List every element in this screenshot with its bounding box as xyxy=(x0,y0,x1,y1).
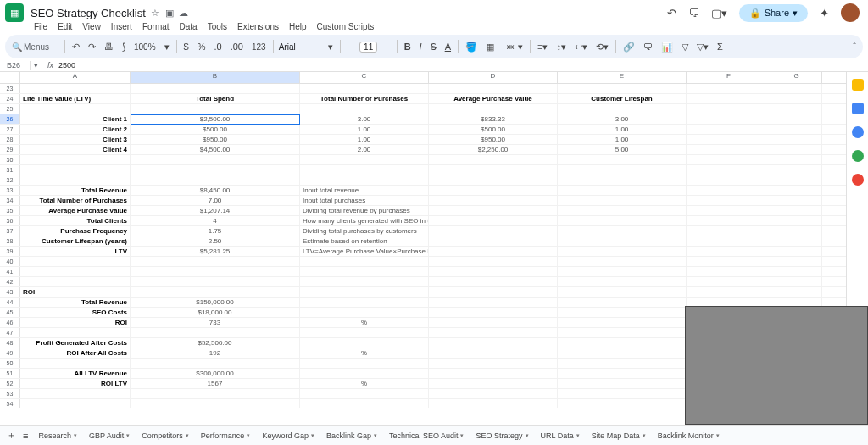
move-icon[interactable]: ▣ xyxy=(165,8,174,18)
formula-input[interactable]: 2500 xyxy=(58,61,75,70)
cell[interactable]: 733 xyxy=(131,318,300,327)
cell[interactable] xyxy=(300,257,429,266)
menu-file[interactable]: File xyxy=(34,22,47,31)
cell[interactable] xyxy=(558,247,687,256)
cell[interactable] xyxy=(300,104,429,114)
row-header[interactable]: 30 xyxy=(0,155,20,164)
cell[interactable] xyxy=(558,216,687,225)
cell[interactable]: Dividing total revenue by purchases xyxy=(300,206,429,215)
cell[interactable] xyxy=(771,104,822,114)
cell[interactable] xyxy=(558,104,687,114)
cell[interactable] xyxy=(558,196,687,205)
filter-views-icon[interactable]: ▽▾ xyxy=(695,42,710,53)
row-header[interactable]: 48 xyxy=(0,338,20,348)
cell[interactable]: Total Spend xyxy=(131,94,300,103)
cell[interactable] xyxy=(558,359,687,368)
bold-icon[interactable]: B xyxy=(403,42,413,52)
font-select[interactable]: Arial xyxy=(279,42,321,52)
comment-icon[interactable]: 🗨 xyxy=(688,7,699,19)
cell[interactable]: $950.00 xyxy=(131,135,300,144)
account-avatar[interactable] xyxy=(841,3,860,22)
text-color-icon[interactable]: A xyxy=(443,42,453,52)
cell[interactable] xyxy=(429,196,558,205)
cell[interactable]: $5,281.25 xyxy=(131,247,300,256)
cell[interactable]: Total Revenue xyxy=(20,186,131,195)
row-header[interactable]: 47 xyxy=(0,328,20,337)
cell[interactable] xyxy=(771,216,822,225)
cell[interactable] xyxy=(131,287,300,297)
row-header[interactable]: 36 xyxy=(0,216,20,225)
cell[interactable] xyxy=(558,338,687,348)
cell[interactable] xyxy=(429,236,558,246)
cell[interactable] xyxy=(558,287,687,297)
cell[interactable] xyxy=(300,338,429,348)
cell[interactable] xyxy=(771,277,822,286)
cell[interactable]: $500.00 xyxy=(131,125,300,134)
cell[interactable] xyxy=(429,379,558,388)
cell[interactable]: Total Revenue xyxy=(20,298,131,307)
cell[interactable] xyxy=(771,206,822,215)
cell[interactable] xyxy=(687,125,771,134)
cell[interactable] xyxy=(429,206,558,215)
cell[interactable]: Customer Lifespan (years) xyxy=(20,236,131,246)
cell[interactable] xyxy=(687,267,771,276)
cell[interactable] xyxy=(687,135,771,144)
cell[interactable]: 2.00 xyxy=(300,145,429,154)
cell[interactable] xyxy=(558,165,687,175)
cell[interactable] xyxy=(771,94,822,103)
cell[interactable] xyxy=(687,175,771,185)
cell[interactable] xyxy=(558,348,687,358)
row-header[interactable]: 38 xyxy=(0,236,20,246)
filter-icon[interactable]: ▽ xyxy=(680,42,690,53)
cell[interactable]: $150,000.00 xyxy=(131,298,300,307)
cell[interactable]: 1567 xyxy=(131,379,300,388)
size-dec-icon[interactable]: − xyxy=(346,42,354,52)
cell[interactable] xyxy=(771,135,822,144)
menu-search[interactable]: Menus xyxy=(12,42,59,52)
cell[interactable]: 1.00 xyxy=(300,135,429,144)
cell[interactable] xyxy=(131,165,300,175)
gemini-icon[interactable]: ✦ xyxy=(820,7,829,19)
row-header[interactable]: 51 xyxy=(0,369,20,378)
cell[interactable] xyxy=(687,114,771,124)
cell[interactable]: $52,500.00 xyxy=(131,338,300,348)
cell[interactable]: ROI After All Costs xyxy=(20,348,131,358)
cell[interactable]: $8,450.00 xyxy=(131,186,300,195)
sheets-app-icon[interactable]: ▦ xyxy=(5,3,24,22)
borders-icon[interactable]: ▦ xyxy=(484,42,496,53)
cell[interactable] xyxy=(429,84,558,93)
cell[interactable] xyxy=(300,267,429,276)
sheet-tab[interactable]: Site Map Data ▾ xyxy=(587,429,651,442)
valign-icon[interactable]: ↕▾ xyxy=(554,42,568,53)
sheet-tab[interactable]: Competitors ▾ xyxy=(136,429,194,442)
cell[interactable] xyxy=(20,277,131,286)
cell[interactable] xyxy=(429,257,558,266)
cell[interactable] xyxy=(300,298,429,307)
row-header[interactable]: 25 xyxy=(0,104,20,114)
cell[interactable] xyxy=(429,399,558,408)
cell[interactable] xyxy=(429,216,558,225)
row-header[interactable]: 53 xyxy=(0,389,20,398)
cell[interactable] xyxy=(131,104,300,114)
col-header-E[interactable]: E xyxy=(558,72,687,83)
merge-icon[interactable]: ⇥⇤▾ xyxy=(501,42,525,53)
cell[interactable] xyxy=(558,206,687,215)
cell[interactable]: Client 3 xyxy=(20,135,131,144)
cell[interactable] xyxy=(131,399,300,408)
add-sheet-icon[interactable]: ＋ xyxy=(5,429,18,442)
cell[interactable]: 1.00 xyxy=(558,135,687,144)
row-header[interactable]: 34 xyxy=(0,196,20,205)
cell[interactable]: ROI LTV xyxy=(20,379,131,388)
sheet-tab[interactable]: Keyword Gap ▾ xyxy=(257,429,320,442)
cell[interactable] xyxy=(558,318,687,327)
cell[interactable] xyxy=(429,287,558,297)
cell[interactable] xyxy=(771,226,822,236)
cell[interactable]: 4 xyxy=(131,216,300,225)
cell[interactable]: Total Clients xyxy=(20,216,131,225)
strike-icon[interactable]: S̶ xyxy=(429,42,438,53)
cell[interactable]: $2,500.00 xyxy=(131,114,300,124)
cell[interactable]: Estimate based on retention xyxy=(300,236,429,246)
cell[interactable]: Input total purchases xyxy=(300,196,429,205)
history-icon[interactable]: ↶ xyxy=(667,7,676,19)
row-header[interactable]: 23 xyxy=(0,84,20,93)
